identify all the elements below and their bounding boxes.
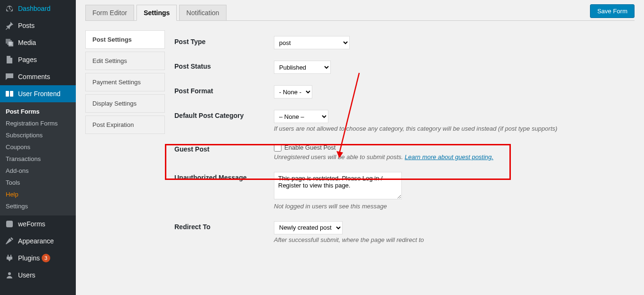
sidebar-sub-post-forms[interactable]: Post Forms (0, 106, 76, 117)
plugins-update-badge: 3 (42, 254, 50, 262)
media-icon (5, 38, 14, 47)
svg-rect-2 (6, 221, 13, 227)
unauthorized-message-help: Not logged in users will see this messag… (274, 203, 625, 210)
settings-nav-post-expiration[interactable]: Post Expiration (85, 116, 165, 134)
svg-rect-1 (10, 91, 13, 97)
sidebar-item-comments[interactable]: Comments (0, 68, 76, 85)
svg-point-3 (8, 272, 11, 275)
sidebar-submenu: Post Forms Registration Forms Subscripti… (0, 102, 76, 215)
settings-nav: Post Settings Edit Settings Payment Sett… (85, 30, 165, 286)
guest-post-checkbox[interactable] (274, 144, 281, 152)
post-format-select[interactable]: - None - (274, 85, 312, 98)
sidebar-item-label: Dashboard (18, 5, 51, 12)
sidebar-item-label: Pages (18, 56, 37, 63)
guest-post-learn-more-link[interactable]: Learn more about guest posting. (405, 153, 493, 161)
unauthorized-message-label: Unauthorized Message (174, 172, 274, 181)
svg-rect-0 (6, 91, 9, 97)
redirect-to-select[interactable]: Newly created post (274, 221, 343, 234)
sidebar-item-media[interactable]: Media (0, 34, 76, 51)
unauthorized-message-textarea[interactable] (274, 172, 402, 199)
pin-icon (5, 21, 14, 30)
sidebar-item-weforms[interactable]: weForms (0, 215, 76, 232)
dashboard-icon (5, 4, 14, 13)
sidebar-item-pages[interactable]: Pages (0, 51, 76, 68)
page-icon (5, 55, 14, 64)
guest-post-help: Unregistered users will be able to submi… (274, 153, 625, 161)
redirect-to-help: After successfull submit, where the page… (274, 236, 625, 243)
sidebar-sub-coupons[interactable]: Coupons (0, 141, 76, 153)
sidebar-item-label: Plugins (18, 254, 40, 262)
sidebar-item-user-frontend[interactable]: User Frontend (0, 85, 76, 102)
settings-nav-payment-settings[interactable]: Payment Settings (85, 73, 165, 91)
sidebar-item-label: Appearance (18, 237, 54, 245)
sidebar-item-label: Posts (18, 22, 35, 29)
settings-nav-edit-settings[interactable]: Edit Settings (85, 52, 165, 70)
sidebar-item-label: Users (18, 271, 36, 279)
redirect-to-label: Redirect To (174, 221, 274, 231)
post-status-select[interactable]: Published (274, 61, 331, 74)
post-type-label: Post Type (174, 36, 274, 45)
post-type-select[interactable]: post (274, 36, 350, 49)
post-status-label: Post Status (174, 61, 274, 70)
settings-form: Post Type post Post Status Published Pos… (165, 30, 635, 286)
sidebar-item-posts[interactable]: Posts (0, 17, 76, 34)
tab-form-editor[interactable]: Form Editor (85, 5, 134, 21)
default-category-label: Default Post Category (174, 110, 274, 119)
comment-icon (5, 72, 14, 81)
sidebar-sub-transactions[interactable]: Transactions (0, 153, 76, 165)
settings-nav-display-settings[interactable]: Display Settings (85, 94, 165, 113)
sidebar-item-dashboard[interactable]: Dashboard (0, 0, 76, 17)
users-icon (5, 270, 14, 280)
user-frontend-icon (5, 89, 14, 98)
sidebar-item-appearance[interactable]: Appearance (0, 232, 76, 250)
sidebar-item-plugins[interactable]: Plugins 3 (0, 250, 76, 267)
guest-post-checkbox-label: Enable Guest Post (284, 144, 336, 151)
post-format-label: Post Format (174, 85, 274, 95)
sidebar-item-label: Comments (18, 73, 50, 80)
default-category-select[interactable]: – None – (274, 110, 328, 123)
save-form-button[interactable]: Save Form (590, 4, 635, 18)
sidebar-sub-help[interactable]: Help (0, 188, 76, 200)
sidebar-sub-settings[interactable]: Settings (0, 200, 76, 212)
sidebar-item-users[interactable]: Users (0, 267, 76, 284)
sidebar-item-label: User Frontend (18, 90, 60, 98)
tab-notification[interactable]: Notification (179, 5, 226, 21)
settings-nav-post-settings[interactable]: Post Settings (85, 30, 165, 49)
sidebar-item-label: weForms (18, 220, 45, 228)
guest-post-label: Guest Post (174, 143, 274, 153)
admin-sidebar: Dashboard Posts Media Pages Comments Use… (0, 0, 76, 295)
sidebar-sub-tools[interactable]: Tools (0, 177, 76, 188)
appearance-icon (5, 236, 14, 246)
sidebar-sub-addons[interactable]: Add-ons (0, 165, 76, 177)
default-category-help: If users are not allowed to choose any c… (274, 125, 625, 132)
sidebar-sub-subscriptions[interactable]: Subscriptions (0, 129, 76, 141)
tabs-bar: Form Editor Settings Notification Save F… (85, 0, 635, 21)
tab-settings[interactable]: Settings (136, 5, 177, 21)
sidebar-sub-registration-forms[interactable]: Registration Forms (0, 117, 76, 129)
weforms-icon (5, 219, 14, 229)
plugin-icon (5, 253, 14, 263)
sidebar-item-label: Media (18, 39, 36, 46)
main-content: Form Editor Settings Notification Save F… (76, 0, 644, 295)
